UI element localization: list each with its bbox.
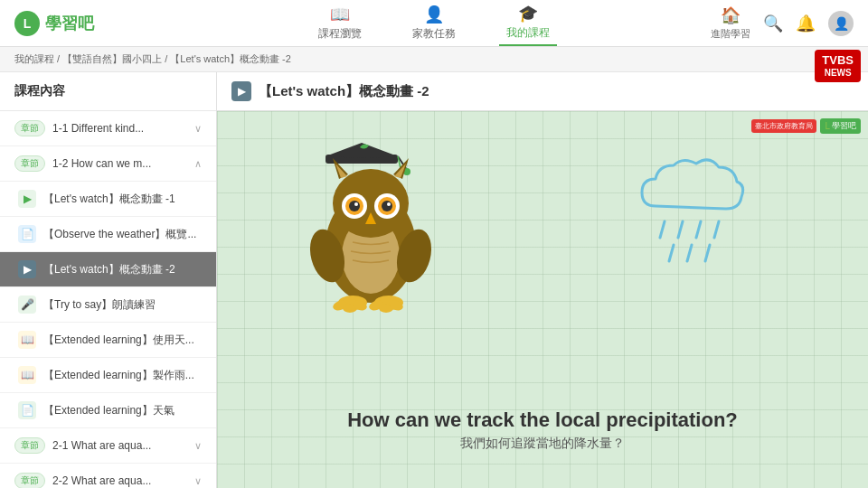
top-navigation: L 學習吧 📖 課程瀏覽 👤 家教任務 🎓 我的課程 🏠 進階學習 🔍 🔔 👤 [0, 0, 868, 47]
nav-advanced-label: 進階學習 [711, 27, 750, 41]
chapter-label: 1-1 Different kind... [52, 122, 191, 135]
logo-text: 學習吧 [45, 13, 94, 34]
question-overlay: How can we track the local precipitation… [217, 408, 868, 452]
svg-point-18 [349, 201, 360, 211]
logo-icon: L [14, 11, 40, 36]
nav-item-homework[interactable]: 👤 家教任務 [405, 1, 463, 45]
sidebar-item-lesson-letswatch-1[interactable]: ▶ 【Let's watch】概念動畫 -1 [0, 182, 216, 217]
content-area: ▶ 【Let's watch】概念動畫 -2 臺北市政府教育局 L 學習吧 [217, 72, 868, 488]
sidebar-item-lesson-extended-2[interactable]: 📖 【Extended learning】製作雨... [0, 358, 216, 393]
tvbs-line2: NEWS [822, 68, 854, 79]
svg-point-19 [382, 201, 392, 211]
svg-line-32 [678, 221, 683, 238]
document-icon: 📄 [18, 225, 36, 243]
sidebar-item-lesson-extended-1[interactable]: 📖 【Extended learning】使用天... [0, 323, 216, 358]
video-icon: ▶ [18, 190, 36, 208]
question-english: How can we track the local precipitation… [217, 408, 868, 432]
sidebar-title: 課程內容 [0, 72, 216, 111]
corner-logo-text: 學習吧 [832, 120, 856, 132]
chevron-down-icon: ∨ [194, 123, 202, 135]
sidebar-item-lesson-extended-3[interactable]: 📄 【Extended learning】天氣 [0, 393, 216, 428]
question-chinese: 我們如何追蹤當地的降水量？ [217, 436, 868, 452]
lesson-label: 【Observe the weather】概覽... [43, 227, 196, 242]
lesson-label: 【Extended learning】使用天... [43, 333, 194, 348]
svg-line-35 [669, 245, 674, 261]
video-title-icon: ▶ [231, 81, 251, 101]
nav-item-browse[interactable]: 📖 課程瀏覽 [311, 1, 369, 45]
nav-browse-label: 課程瀏覽 [318, 26, 362, 42]
main-layout: 課程內容 章節 1-1 Different kind... ∨ 章節 1-2 H… [0, 72, 868, 488]
lesson-label: 【Extended learning】製作雨... [43, 368, 194, 383]
svg-line-36 [687, 245, 692, 261]
sidebar-item-lesson-trytosay[interactable]: 🎤 【Try to say】朗讀練習 [0, 287, 216, 323]
chevron-down-icon: ∨ [194, 440, 202, 452]
nav-advanced-learning[interactable]: 🏠 進階學習 [711, 5, 750, 41]
chapter-badge: 章節 [14, 120, 45, 136]
owl-illustration [298, 138, 443, 322]
book-icon: 📖 [18, 331, 36, 349]
chapter-label: 2-2 What are aqua... [52, 474, 191, 487]
xuexiba-logo: L 學習吧 [820, 118, 861, 134]
lesson-label: 【Let's watch】概念動畫 -1 [43, 192, 175, 207]
video-player[interactable]: 臺北市政府教育局 L 學習吧 [217, 111, 868, 488]
chevron-up-icon: ∧ [194, 158, 202, 170]
logo[interactable]: L 學習吧 [14, 11, 94, 36]
building-icon: 🏠 [721, 5, 741, 25]
breadcrumb-text: 我的課程 / 【雙語自然】國小四上 / 【Let's watch】概念動畫 -2 [14, 53, 291, 64]
content-title: 【Let's watch】概念動畫 -2 [259, 83, 429, 100]
svg-line-33 [696, 221, 701, 238]
chevron-down-icon: ∨ [194, 475, 202, 487]
svg-point-21 [387, 202, 391, 206]
svg-line-37 [705, 245, 710, 261]
sidebar-item-lesson-observe[interactable]: 📄 【Observe the weather】概覽... [0, 217, 216, 252]
document-icon: 📄 [18, 401, 36, 419]
chapter-label: 2-1 What are aqua... [52, 439, 191, 452]
nav-center: 📖 課程瀏覽 👤 家教任務 🎓 我的課程 [311, 0, 557, 46]
lesson-label: 【Try to say】朗讀練習 [43, 297, 156, 313]
breadcrumb: 我的課程 / 【雙語自然】國小四上 / 【Let's watch】概念動畫 -2 [0, 47, 868, 72]
sidebar-item-chapter-2-1[interactable]: 章節 2-1 What are aqua... ∨ [0, 428, 216, 464]
svg-line-31 [660, 221, 665, 238]
mycourse-icon: 🎓 [518, 4, 538, 23]
chapter-badge: 章節 [14, 155, 45, 172]
mic-icon: 🎤 [18, 296, 36, 314]
nav-homework-label: 家教任務 [412, 26, 456, 42]
svg-point-20 [354, 202, 358, 206]
sidebar-item-chapter-2-2[interactable]: 章節 2-2 What are aqua... ∨ [0, 464, 216, 488]
nav-bell-button[interactable]: 🔔 [796, 14, 816, 33]
homework-icon: 👤 [424, 5, 444, 24]
cloud-illustration [633, 147, 750, 277]
search-icon: 🔍 [763, 14, 783, 33]
corner-logos: 臺北市政府教育局 L 學習吧 [751, 118, 861, 134]
video-icon: ▶ [18, 260, 36, 278]
user-avatar[interactable]: 👤 [828, 11, 854, 36]
bell-icon: 🔔 [796, 14, 816, 33]
nav-right: 🏠 進階學習 🔍 🔔 👤 [711, 5, 854, 41]
book-icon: 📖 [18, 366, 36, 384]
svg-marker-1 [326, 143, 398, 158]
sidebar-item-chapter-1-1[interactable]: 章節 1-1 Different kind... ∨ [0, 111, 216, 146]
nav-search-button[interactable]: 🔍 [763, 14, 783, 33]
lesson-label: 【Let's watch】概念動畫 -2 [43, 262, 175, 277]
content-header: ▶ 【Let's watch】概念動畫 -2 [217, 72, 868, 111]
nav-item-mycourse[interactable]: 🎓 我的課程 [499, 0, 557, 46]
sidebar-item-lesson-letswatch-2[interactable]: ▶ 【Let's watch】概念動畫 -2 [0, 252, 216, 287]
browse-icon: 📖 [330, 5, 350, 24]
tvbs-watermark: TVBS NEWS [815, 50, 861, 82]
chapter-label: 1-2 How can we m... [52, 157, 191, 170]
chapter-badge: 章節 [14, 437, 45, 454]
nav-mycourse-label: 我的課程 [506, 25, 550, 41]
svg-line-34 [714, 221, 719, 238]
lesson-label: 【Extended learning】天氣 [43, 403, 175, 418]
edu-logo: 臺北市政府教育局 [751, 119, 816, 133]
sidebar: 課程內容 章節 1-1 Different kind... ∨ 章節 1-2 H… [0, 72, 217, 488]
tvbs-line1: TVBS [822, 53, 854, 68]
chapter-badge: 章節 [14, 473, 45, 488]
sidebar-item-chapter-1-2[interactable]: 章節 1-2 How can we m... ∧ [0, 146, 216, 182]
